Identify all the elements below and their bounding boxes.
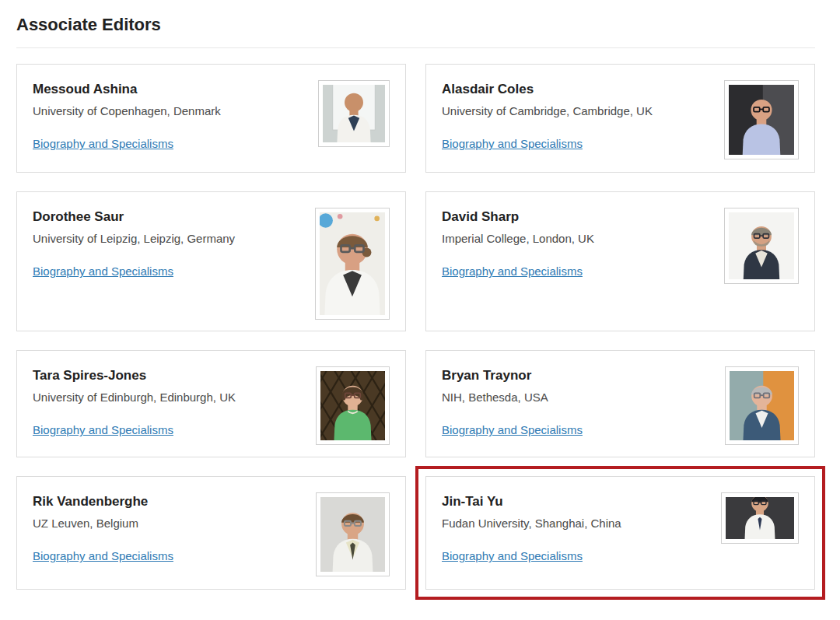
- editor-photo: [316, 366, 390, 445]
- biography-link[interactable]: Biography and Specialisms: [442, 137, 583, 150]
- associate-editors-page: Associate Editors Messoud Ashina Univers…: [16, 14, 815, 590]
- editor-photo: [721, 492, 799, 544]
- biography-link[interactable]: Biography and Specialisms: [33, 549, 173, 562]
- editor-photo: [318, 80, 390, 147]
- editor-photo: [725, 366, 799, 445]
- page-title: Associate Editors: [16, 14, 815, 36]
- biography-link[interactable]: Biography and Specialisms: [33, 137, 173, 150]
- editor-photo: [724, 208, 799, 284]
- editor-card-tara-spires-jones: Tara Spires-Jones University of Edinburg…: [16, 350, 406, 457]
- editor-photo: [724, 80, 799, 159]
- editor-card-bryan-traynor: Bryan Traynor NIH, Bethesda, USA Biograp…: [425, 350, 815, 457]
- editor-card-david-sharp: David Sharp Imperial College, London, UK…: [425, 191, 815, 331]
- editor-photo: [315, 208, 390, 320]
- editor-card-rik-vandenberghe: Rik Vandenberghe UZ Leuven, Belgium Biog…: [16, 476, 406, 590]
- biography-link[interactable]: Biography and Specialisms: [442, 423, 583, 436]
- editor-photo: [316, 492, 390, 576]
- biography-link[interactable]: Biography and Specialisms: [442, 549, 583, 562]
- biography-link[interactable]: Biography and Specialisms: [33, 423, 173, 436]
- biography-link[interactable]: Biography and Specialisms: [442, 264, 583, 278]
- editor-card-alasdair-coles: Alasdair Coles University of Cambridge, …: [425, 64, 815, 173]
- editor-card-messoud-ashina: Messoud Ashina University of Copenhagen,…: [16, 64, 406, 173]
- biography-link[interactable]: Biography and Specialisms: [33, 264, 173, 278]
- title-divider: [16, 47, 815, 48]
- editors-grid: Messoud Ashina University of Copenhagen,…: [16, 64, 815, 590]
- editor-card-jin-tai-yu: Jin-Tai Yu Fudan University, Shanghai, C…: [425, 476, 815, 590]
- editor-card-dorothee-saur: Dorothee Saur University of Leipzig, Lei…: [16, 191, 406, 331]
